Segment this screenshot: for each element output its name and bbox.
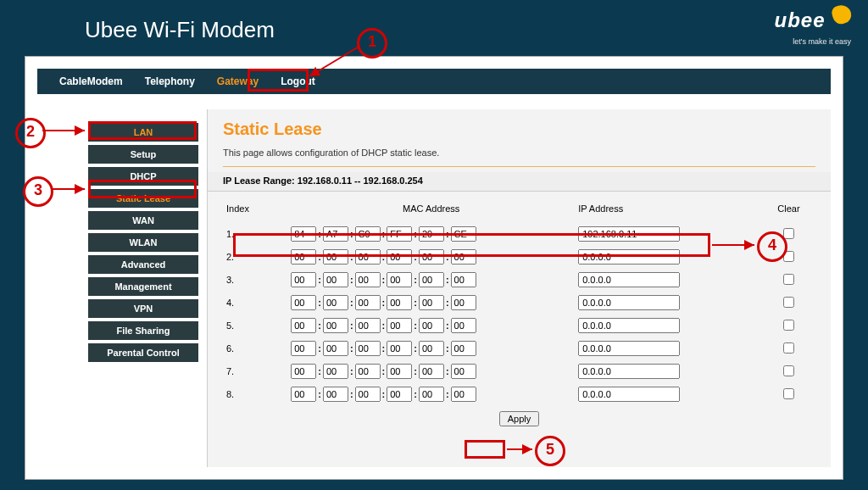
sep: :	[446, 366, 449, 376]
mac-octet[interactable]	[451, 249, 476, 264]
mac-octet[interactable]	[387, 226, 412, 242]
sidebar-item-dhcp[interactable]: DHCP	[88, 167, 198, 186]
clear-checkbox[interactable]	[783, 320, 794, 331]
mac-octet[interactable]	[387, 272, 412, 287]
mac-octet[interactable]	[387, 318, 412, 333]
mac-octet[interactable]	[419, 272, 444, 287]
mac-octet[interactable]	[419, 318, 444, 333]
mac-octet[interactable]	[291, 318, 316, 333]
mac-octet[interactable]	[291, 295, 316, 310]
mac-octet[interactable]	[419, 364, 444, 379]
sidebar-item-management[interactable]: Management	[88, 277, 198, 296]
ip-input[interactable]	[578, 387, 680, 402]
row-index: 4.	[223, 291, 287, 314]
sep: :	[414, 229, 417, 239]
table-row: 8.:::::	[223, 382, 815, 405]
mac-octet[interactable]	[291, 249, 316, 264]
ip-input[interactable]	[578, 226, 680, 242]
sidebar-item-wlan[interactable]: WLAN	[88, 233, 198, 252]
mac-octet[interactable]	[387, 364, 412, 379]
mac-octet[interactable]	[419, 341, 444, 356]
mac-octet[interactable]	[451, 387, 476, 402]
mac-octet[interactable]	[355, 387, 381, 402]
clear-checkbox[interactable]	[783, 342, 794, 354]
mac-octet[interactable]	[387, 295, 412, 310]
ip-input[interactable]	[578, 272, 680, 287]
ip-input[interactable]	[578, 364, 680, 379]
mac-octet[interactable]	[451, 295, 476, 310]
sep: :	[350, 298, 353, 308]
clear-checkbox[interactable]	[783, 274, 794, 285]
ip-input[interactable]	[578, 249, 680, 264]
sidebar-item-parental-control[interactable]: Parental Control	[88, 343, 198, 362]
mac-octet[interactable]	[291, 341, 316, 356]
sep: :	[382, 343, 386, 354]
mac-octet[interactable]	[387, 249, 412, 264]
table-row: 7.:::::	[223, 359, 815, 382]
mac-octet[interactable]	[419, 295, 444, 310]
mac-octet[interactable]	[323, 272, 348, 287]
mac-octet[interactable]	[451, 272, 476, 287]
sidebar-item-vpn[interactable]: VPN	[88, 299, 198, 318]
row-index: 1.	[223, 222, 287, 245]
clear-checkbox[interactable]	[783, 251, 794, 262]
mac-octet[interactable]	[355, 226, 381, 242]
nav-cablemodem[interactable]: CableModem	[59, 69, 123, 94]
sidebar-item-lan[interactable]: LAN	[88, 123, 198, 142]
sidebar-item-wan[interactable]: WAN	[88, 211, 198, 230]
clear-checkbox[interactable]	[783, 365, 794, 376]
sep: :	[382, 389, 386, 399]
mac-octet[interactable]	[419, 226, 444, 242]
row-index: 2.	[223, 245, 287, 268]
sep: :	[414, 389, 417, 399]
mac-octet[interactable]	[355, 249, 381, 264]
mac-cell: :::::	[287, 268, 575, 291]
clear-cell	[762, 314, 815, 337]
mac-cell: :::::	[287, 359, 575, 382]
sidebar-item-static-lease[interactable]: Static Lease	[88, 189, 198, 208]
mac-octet[interactable]	[323, 387, 348, 402]
content: Static Lease This page allows configurat…	[207, 109, 831, 467]
mac-octet[interactable]	[387, 341, 412, 356]
mac-octet[interactable]	[291, 364, 316, 379]
nav-gateway[interactable]: Gateway	[217, 69, 259, 94]
sidebar-item-file-sharing[interactable]: File Sharing	[88, 321, 198, 340]
sidebar-item-setup[interactable]: Setup	[88, 145, 198, 164]
mac-octet[interactable]	[323, 341, 348, 356]
mac-octet[interactable]	[419, 249, 444, 264]
clear-checkbox[interactable]	[783, 388, 794, 399]
nav-logout[interactable]: Logout	[281, 69, 315, 94]
mac-octet[interactable]	[323, 249, 348, 264]
mac-octet[interactable]	[451, 318, 476, 333]
mac-octet[interactable]	[323, 364, 348, 379]
mac-octet[interactable]	[323, 318, 348, 333]
mac-octet[interactable]	[355, 272, 381, 287]
ip-input[interactable]	[578, 295, 680, 310]
mac-octet[interactable]	[419, 387, 444, 402]
mac-octet[interactable]	[355, 341, 381, 356]
mac-octet[interactable]	[355, 295, 381, 310]
mac-octet[interactable]	[451, 364, 476, 379]
sep: :	[382, 229, 386, 239]
sidebar-item-advanced[interactable]: Advanced	[88, 255, 198, 274]
mac-octet[interactable]	[387, 387, 412, 402]
clear-checkbox[interactable]	[783, 297, 794, 308]
mac-octet[interactable]	[451, 341, 476, 356]
ip-input[interactable]	[578, 341, 680, 356]
clear-checkbox[interactable]	[783, 228, 794, 239]
mac-octet[interactable]	[451, 226, 476, 242]
mac-octet[interactable]	[291, 272, 316, 287]
mac-octet[interactable]	[355, 318, 381, 333]
mac-octet[interactable]	[355, 364, 381, 379]
nav-telephony[interactable]: Telephony	[145, 69, 195, 94]
mac-octet[interactable]	[291, 387, 316, 402]
sep: :	[318, 389, 321, 399]
apply-button[interactable]: Apply	[499, 411, 540, 426]
ip-input[interactable]	[578, 318, 680, 333]
col-ip: IP Address	[575, 200, 762, 222]
sep: :	[318, 275, 321, 285]
mac-octet[interactable]	[323, 295, 348, 310]
body: LANSetupDHCPStatic LeaseWANWLANAdvancedM…	[37, 106, 831, 467]
mac-octet[interactable]	[291, 226, 316, 242]
mac-octet[interactable]	[323, 226, 348, 242]
